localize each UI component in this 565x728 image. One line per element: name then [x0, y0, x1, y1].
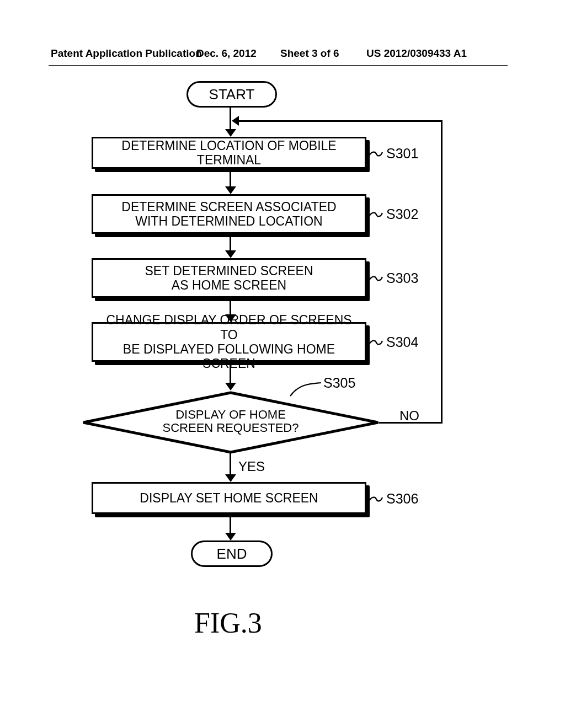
step-text-line2: WITH DETERMINED LOCATION	[135, 214, 322, 228]
decision-text-line2: SCREEN REQUESTED?	[163, 421, 299, 435]
step-label: S306	[386, 491, 418, 507]
step-s302: DETERMINE SCREEN ASSOCIATED WITH DETERMI…	[92, 194, 370, 237]
arrow	[230, 106, 231, 120]
step-label: S303	[386, 270, 418, 286]
step-text-line1: SET DETERMINED SCREEN	[145, 264, 313, 278]
branch-yes: YES	[238, 459, 265, 474]
figure-label: FIG.3	[194, 607, 262, 639]
sheet-number: Sheet 3 of 6	[280, 47, 339, 60]
flow-start-label: START	[188, 83, 275, 106]
step-s306: DISPLAY SET HOME SCREEN	[92, 482, 370, 517]
step-text: DETERMINE LOCATION OF MOBILE TERMINAL	[97, 138, 361, 168]
arrow-head-icon	[225, 186, 236, 194]
decision-text-line1: DISPLAY OF HOME	[175, 408, 286, 421]
flow-start: START	[186, 81, 277, 108]
leader-line	[369, 150, 383, 158]
publication-date: Dec. 6, 2012	[196, 47, 257, 60]
step-s303: SET DETERMINED SCREEN AS HOME SCREEN	[92, 258, 370, 301]
leader-line	[369, 275, 383, 282]
step-text-line2: BE DISPLAYED FOLLOWING HOME SCREEN	[97, 342, 361, 371]
flow-end-label: END	[193, 542, 271, 565]
decision-s305: DISPLAY OF HOME SCREEN REQUESTED?	[80, 389, 381, 456]
step-text-line2: AS HOME SCREEN	[172, 278, 286, 292]
step-label: S301	[386, 146, 418, 162]
arrow	[238, 120, 443, 122]
step-label: S302	[386, 206, 418, 222]
arrow-head-icon	[225, 533, 236, 540]
branch-no: NO	[399, 408, 419, 424]
leader-line	[369, 211, 383, 218]
arrow-head-icon	[225, 129, 236, 137]
leader-line	[289, 381, 322, 397]
step-text-line1: DETERMINE SCREEN ASSOCIATED	[121, 200, 336, 214]
arrow-head-icon	[225, 474, 236, 482]
step-text-line1: CHANGE DISPLAY ORDER OF SCREENS TO	[97, 313, 361, 342]
step-label: S305	[323, 375, 355, 391]
step-s304: CHANGE DISPLAY ORDER OF SCREENS TO BE DI…	[92, 322, 370, 365]
flow-end: END	[191, 540, 273, 567]
arrow	[230, 452, 231, 477]
step-label: S304	[386, 334, 418, 350]
header-rule	[49, 65, 508, 66]
arrow	[230, 364, 231, 385]
publication-number: US 2012/0309433 A1	[366, 47, 467, 60]
publication-type: Patent Application Publication	[51, 47, 202, 60]
leader-line	[369, 339, 383, 346]
step-s301: DETERMINE LOCATION OF MOBILE TERMINAL	[92, 137, 370, 172]
arrow	[379, 422, 443, 424]
arrow	[441, 120, 443, 424]
step-text: DISPLAY SET HOME SCREEN	[140, 491, 318, 505]
leader-line	[369, 495, 383, 503]
arrow	[230, 516, 231, 535]
arrow-head-icon	[225, 250, 236, 258]
